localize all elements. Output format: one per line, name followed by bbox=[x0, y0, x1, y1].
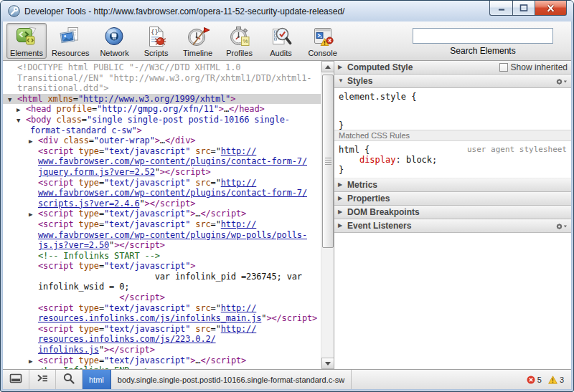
tab-scripts[interactable]: {}Scripts bbox=[136, 23, 177, 59]
minimize-button[interactable] bbox=[489, 1, 512, 16]
resource-link[interactable]: http:// bbox=[221, 303, 257, 313]
css-separator: : bbox=[395, 155, 405, 165]
resource-link[interactable]: http:// bbox=[221, 219, 257, 229]
dom-tree-node[interactable]: transitional.dtd"> bbox=[3, 83, 321, 94]
resource-link[interactable]: infolinks.js bbox=[38, 345, 99, 355]
section-computed-style[interactable]: ▶ Computed Style Show inherited bbox=[334, 61, 571, 75]
section-metrics[interactable]: ▶Metrics bbox=[334, 178, 571, 192]
scrollbar-thumb[interactable] bbox=[322, 75, 334, 248]
syntax-segment: <div bbox=[38, 135, 63, 145]
resource-link[interactable]: resources.infolinks.com/js/223.0.2/ bbox=[38, 334, 216, 344]
dom-tree-node[interactable]: <script type="text/javascript" src="http… bbox=[3, 178, 321, 188]
dom-tree-node[interactable]: format-standard c-sw"> bbox=[3, 125, 321, 136]
dom-tree-node[interactable]: jquery.form.js?ver=2.52"></script> bbox=[3, 167, 321, 178]
tab-resources[interactable]: Resources bbox=[48, 23, 93, 59]
resource-link[interactable]: http:// bbox=[221, 178, 257, 188]
resource-link[interactable]: http:// bbox=[221, 146, 257, 156]
tab-console[interactable]: Console bbox=[303, 23, 343, 59]
resource-link[interactable]: resources.infolinks.com/js/infolinks_mai… bbox=[38, 313, 261, 323]
syntax-segment: </script> bbox=[200, 355, 246, 365]
tab-label: Console bbox=[306, 49, 339, 57]
dom-tree-node[interactable]: </script> bbox=[3, 292, 321, 303]
dom-tree-node[interactable]: <script type="text/javascript" src="http… bbox=[3, 303, 321, 314]
dock-toggle-button[interactable] bbox=[3, 370, 29, 389]
tab-timeline[interactable]: Timeline bbox=[178, 23, 218, 59]
scroll-down-button[interactable] bbox=[321, 358, 334, 369]
gear-icon[interactable] bbox=[555, 77, 568, 86]
css-property-value[interactable]: block; bbox=[406, 155, 437, 165]
dom-tree-node[interactable]: <!DOCTYPE html PUBLIC "-//W3C//DTD XHTML… bbox=[3, 62, 321, 73]
dom-tree-node[interactable]: <script type="text/javascript" src="http… bbox=[3, 146, 321, 157]
resource-link[interactable]: http:// bbox=[221, 324, 257, 334]
dom-tree-node[interactable]: ▼<body class="single single-post postid-… bbox=[3, 115, 321, 125]
dom-tree-node[interactable]: <script type="text/javascript"> bbox=[3, 261, 321, 272]
resource-link[interactable]: js.js?ver=2.50 bbox=[38, 240, 109, 250]
profiles-icon: % bbox=[228, 25, 251, 48]
scroll-up-button[interactable] bbox=[321, 61, 334, 72]
dom-tree-scrollbar[interactable] bbox=[321, 61, 334, 369]
expander-open-icon[interactable]: ▼ bbox=[17, 115, 20, 126]
resource-link[interactable]: www.favbrowser.com/wp-content/plugins/co… bbox=[38, 156, 307, 166]
expander-closed-icon[interactable]: ▶ bbox=[29, 209, 32, 220]
dom-tree-node[interactable]: js.js?ver=2.50"></script> bbox=[3, 240, 321, 251]
gear-icon[interactable] bbox=[555, 222, 568, 231]
rule-declaration[interactable]: display: block; bbox=[339, 155, 567, 165]
resource-link[interactable]: www.favbrowser.com/wp-content/plugins/co… bbox=[38, 188, 307, 198]
maximize-button[interactable] bbox=[512, 1, 535, 16]
dom-tree-node[interactable]: ▶<div class="outer-wrap">…</div> bbox=[3, 135, 321, 146]
section-dom-breakpoints[interactable]: ▶DOM Breakpoints bbox=[334, 206, 571, 219]
expander-closed-icon[interactable]: ▶ bbox=[29, 356, 32, 367]
dom-tree-node[interactable]: <script type="text/javascript" src="http… bbox=[3, 219, 321, 230]
chevron-right-icon: ▶ bbox=[338, 206, 342, 219]
syntax-segment: "single single-post postid-10166 single- bbox=[87, 115, 290, 125]
syntax-segment: ></script> bbox=[114, 240, 165, 250]
syntax-segment: <script bbox=[38, 355, 79, 365]
dom-tree-node-selected[interactable]: ▼<html xmlns="http://www.w3.org/1999/xht… bbox=[3, 94, 321, 105]
tab-audits[interactable]: Audits bbox=[261, 23, 301, 59]
dom-tree-node[interactable]: resources.infolinks.com/js/infolinks_mai… bbox=[3, 313, 321, 324]
dom-tree-node[interactable]: Transitional//EN" "http://www.w3.org/TR/… bbox=[3, 73, 321, 84]
dom-tree-node[interactable]: var infolink_pid =236745; var bbox=[3, 272, 321, 282]
css-rule-html[interactable]: user agent stylesheet html { display: bl… bbox=[334, 141, 571, 178]
dom-tree-node[interactable]: scripts.js?ver=2.4.6"></script> bbox=[3, 199, 321, 209]
dom-tree-node[interactable]: infolinks.js"></script> bbox=[3, 345, 321, 355]
dom-tree-node[interactable]: resources.infolinks.com/js/223.0.2/ bbox=[3, 334, 321, 345]
syntax-segment: = bbox=[92, 104, 97, 114]
expander-open-icon[interactable]: ▼ bbox=[8, 95, 11, 105]
dom-tree-node[interactable]: ▶<script type="text/javascript">…</scrip… bbox=[3, 355, 321, 366]
resource-link[interactable]: jquery.form.js?ver=2.52 bbox=[38, 167, 155, 177]
crumb-html[interactable]: html bbox=[83, 370, 111, 389]
expander-closed-icon[interactable]: ▶ bbox=[17, 105, 20, 115]
tab-network[interactable]: Network bbox=[95, 23, 135, 59]
syntax-segment: = bbox=[73, 94, 78, 104]
element-style-rule[interactable]: element.style { } bbox=[334, 88, 571, 130]
dom-tree-node[interactable]: <!-- Infolinks START --> bbox=[3, 251, 321, 262]
css-property-name[interactable]: display bbox=[359, 155, 396, 165]
section-properties[interactable]: ▶Properties bbox=[334, 192, 571, 206]
titlebar[interactable]: Developer Tools - http://www.favbrowser.… bbox=[1, 1, 573, 21]
expander-closed-icon[interactable]: ▶ bbox=[29, 136, 32, 147]
dom-tree-node[interactable]: www.favbrowser.com/wp-content/plugins/co… bbox=[3, 156, 321, 167]
console-toggle-button[interactable] bbox=[29, 370, 56, 389]
resource-link[interactable]: scripts.js?ver=2.4.6 bbox=[38, 199, 140, 209]
section-styles[interactable]: ▼ Styles bbox=[334, 75, 571, 88]
dom-tree-node[interactable]: ▶<head profile="http://gmpg.org/xfn/11">… bbox=[3, 104, 321, 115]
syntax-segment: "text/javascript" bbox=[104, 261, 190, 271]
message-counts[interactable]: 5 3 bbox=[527, 370, 571, 389]
dom-tree-node[interactable]: infolink_wsid = 0; bbox=[3, 282, 321, 292]
dom-tree-node[interactable]: ▶<script type="text/javascript">…</scrip… bbox=[3, 209, 321, 219]
dom-tree-node[interactable]: www.favbrowser.com/wp-content/plugins/wp… bbox=[3, 230, 321, 241]
crumb-body[interactable]: body.single.single-post.postid-10166.sin… bbox=[111, 370, 352, 389]
inspect-search-button[interactable] bbox=[56, 370, 83, 389]
search-input[interactable] bbox=[413, 28, 553, 44]
resource-link[interactable]: www.favbrowser.com/wp-content/plugins/wp… bbox=[38, 230, 307, 240]
tab-elements[interactable]: Elements bbox=[6, 23, 47, 59]
tab-profiles[interactable]: %Profiles bbox=[220, 23, 260, 59]
element-style-open[interactable]: element.style { bbox=[339, 92, 571, 102]
section-event-listeners[interactable]: ▶Event Listeners bbox=[334, 219, 571, 233]
show-inherited-checkbox[interactable] bbox=[499, 63, 508, 72]
dom-tree-node[interactable]: <script type="text/javascript" src="http… bbox=[3, 324, 321, 335]
dom-tree-node[interactable]: www.favbrowser.com/wp-content/plugins/co… bbox=[3, 188, 321, 199]
dom-tree[interactable]: <!DOCTYPE html PUBLIC "-//W3C//DTD XHTML… bbox=[3, 61, 321, 369]
close-button[interactable] bbox=[535, 1, 567, 16]
